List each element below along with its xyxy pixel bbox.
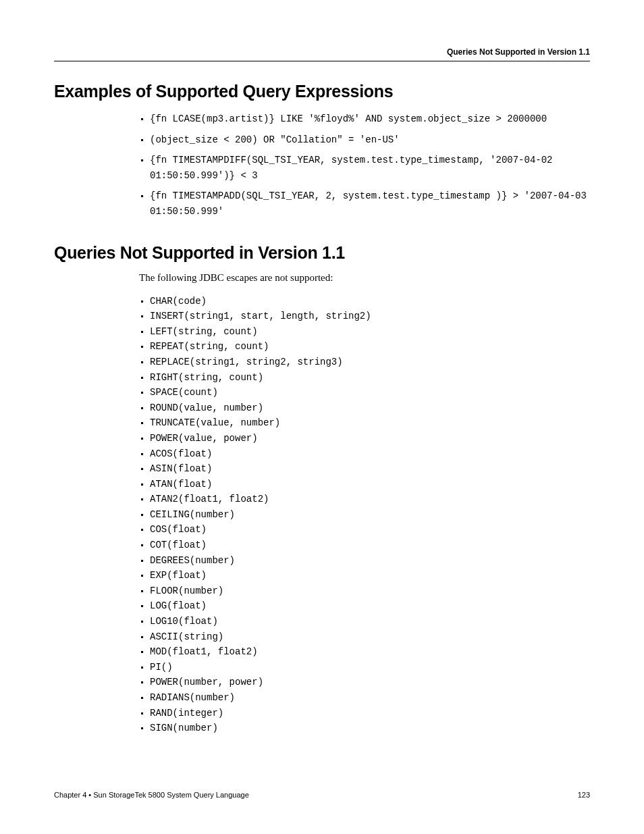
code-fn: ACOS(float) xyxy=(150,448,212,459)
list-item: FLOOR(number) xyxy=(150,583,590,598)
code-example: (object_size < 200) OR "Collation" = 'en… xyxy=(150,134,400,145)
list-item: SIGN(number) xyxy=(150,720,590,735)
footer-page-number: 123 xyxy=(578,791,590,799)
list-item: {fn LCASE(mp3.artist)} LIKE '%floyd%' AN… xyxy=(150,111,590,126)
code-fn: CHAR(code) xyxy=(150,296,207,307)
list-item: LEFT(string, count) xyxy=(150,323,590,339)
section-title-not-supported: Queries Not Supported in Version 1.1 xyxy=(54,243,590,263)
code-fn: RIGHT(string, count) xyxy=(150,372,263,383)
not-supported-block: The following JDBC escapes are not suppo… xyxy=(139,272,590,735)
code-fn: ROUND(value, number) xyxy=(150,402,263,413)
code-fn: ASIN(float) xyxy=(150,463,212,474)
list-item: ATAN(float) xyxy=(150,476,590,492)
code-fn: REPLACE(string1, string2, string3) xyxy=(150,357,343,367)
code-fn: POWER(number, power) xyxy=(150,677,263,687)
list-item: REPLACE(string1, string2, string3) xyxy=(150,354,590,369)
list-item: POWER(value, power) xyxy=(150,430,590,446)
code-fn: TRUNCATE(value, number) xyxy=(150,417,280,428)
list-item: {fn TIMESTAMPDIFF(SQL_TSI_YEAR, system.t… xyxy=(150,152,590,182)
examples-list-block: {fn LCASE(mp3.artist)} LIKE '%floyd%' AN… xyxy=(139,111,590,219)
list-item: COT(float) xyxy=(150,537,590,552)
code-fn: EXP(float) xyxy=(150,570,207,581)
list-item: POWER(number, power) xyxy=(150,674,590,689)
page: Queries Not Supported in Version 1.1 Exa… xyxy=(0,0,644,834)
list-item: (object_size < 200) OR "Collation" = 'en… xyxy=(150,132,590,147)
code-fn: SIGN(number) xyxy=(150,723,218,733)
code-fn: FLOOR(number) xyxy=(150,585,223,596)
list-item: DEGREES(number) xyxy=(150,552,590,568)
code-example: {fn LCASE(mp3.artist)} LIKE '%floyd%' AN… xyxy=(150,113,547,124)
list-item: SPACE(count) xyxy=(150,384,590,400)
not-supported-list: CHAR(code) INSERT(string1, start, length… xyxy=(139,293,590,735)
code-fn: REPEAT(string, count) xyxy=(150,341,269,352)
code-fn: POWER(value, power) xyxy=(150,433,258,444)
code-fn: RADIANS(number) xyxy=(150,692,235,703)
list-item: INSERT(string1, start, length, string2) xyxy=(150,308,590,323)
code-fn: PI() xyxy=(150,662,173,673)
code-fn: LEFT(string, count) xyxy=(150,326,258,337)
list-item: ROUND(value, number) xyxy=(150,400,590,415)
list-item: EXP(float) xyxy=(150,567,590,583)
list-item: LOG10(float) xyxy=(150,613,590,629)
list-item: LOG(float) xyxy=(150,598,590,613)
section-title-examples: Examples of Supported Query Expressions xyxy=(54,82,590,101)
code-example: {fn TIMESTAMPADD(SQL_TSI_YEAR, 2, system… xyxy=(150,190,587,217)
code-fn: ATAN(float) xyxy=(150,479,212,490)
code-fn: INSERT(string1, start, length, string2) xyxy=(150,311,371,321)
running-title: Queries Not Supported in Version 1.1 xyxy=(447,47,590,57)
running-header: Queries Not Supported in Version 1.1 xyxy=(54,47,590,61)
code-fn: ATAN2(float1, float2) xyxy=(150,494,269,504)
code-fn: COT(float) xyxy=(150,540,207,550)
list-item: REPEAT(string, count) xyxy=(150,338,590,354)
code-fn: LOG10(float) xyxy=(150,616,218,627)
examples-list: {fn LCASE(mp3.artist)} LIKE '%floyd%' AN… xyxy=(139,111,590,219)
list-item: COS(float) xyxy=(150,521,590,537)
intro-text: The following JDBC escapes are not suppo… xyxy=(139,272,590,284)
code-fn: CEILING(number) xyxy=(150,509,235,520)
list-item: CHAR(code) xyxy=(150,293,590,309)
code-fn: MOD(float1, float2) xyxy=(150,646,258,657)
list-item: RIGHT(string, count) xyxy=(150,369,590,385)
list-item: RAND(integer) xyxy=(150,705,590,721)
list-item: {fn TIMESTAMPADD(SQL_TSI_YEAR, 2, system… xyxy=(150,188,590,218)
list-item: TRUNCATE(value, number) xyxy=(150,415,590,430)
list-item: ASIN(float) xyxy=(150,461,590,476)
list-item: PI() xyxy=(150,659,590,675)
code-fn: ASCII(string) xyxy=(150,631,223,642)
code-fn: DEGREES(number) xyxy=(150,555,235,566)
list-item: RADIANS(number) xyxy=(150,689,590,705)
code-example: {fn TIMESTAMPDIFF(SQL_TSI_YEAR, system.t… xyxy=(150,155,553,181)
code-fn: RAND(integer) xyxy=(150,708,223,719)
code-fn: COS(float) xyxy=(150,524,207,535)
code-fn: SPACE(count) xyxy=(150,387,218,398)
list-item: ASCII(string) xyxy=(150,629,590,644)
list-item: CEILING(number) xyxy=(150,506,590,522)
footer-chapter: Chapter 4 • Sun StorageTek 5800 System Q… xyxy=(54,791,249,799)
list-item: ACOS(float) xyxy=(150,446,590,461)
code-fn: LOG(float) xyxy=(150,600,207,611)
list-item: MOD(float1, float2) xyxy=(150,644,590,659)
page-footer: Chapter 4 • Sun StorageTek 5800 System Q… xyxy=(54,791,590,799)
list-item: ATAN2(float1, float2) xyxy=(150,491,590,506)
